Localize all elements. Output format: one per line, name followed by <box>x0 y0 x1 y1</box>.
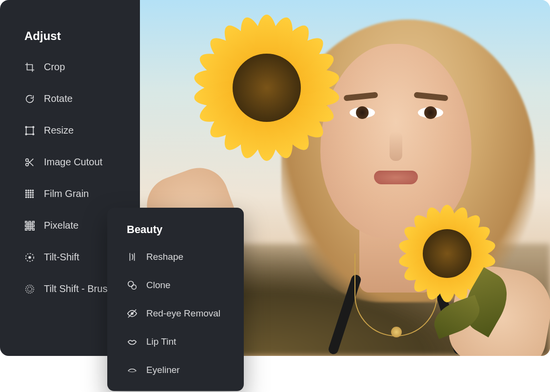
svg-point-5 <box>26 158 29 161</box>
clone-icon <box>127 280 138 291</box>
crop-icon <box>24 62 35 73</box>
svg-point-16 <box>28 194 29 195</box>
tiltshift-icon <box>24 252 35 263</box>
scissors-icon <box>24 157 35 168</box>
tool-resize[interactable]: Resize <box>24 125 140 136</box>
svg-point-9 <box>30 190 31 191</box>
svg-point-15 <box>26 194 27 195</box>
svg-point-6 <box>26 163 29 166</box>
tool-label: Crop <box>44 61 65 73</box>
tool-label: Rotate <box>44 93 73 104</box>
tool-label: Lip Tint <box>146 336 176 347</box>
svg-point-17 <box>30 194 31 195</box>
svg-point-22 <box>32 196 33 197</box>
lips-icon <box>127 336 138 347</box>
svg-point-19 <box>26 196 27 197</box>
svg-point-14 <box>32 192 33 193</box>
tool-label: Tilt-Shift <box>44 252 79 263</box>
adjust-panel-title: Adjust <box>24 29 140 43</box>
tool-redeye[interactable]: Red-eye Removal <box>127 308 244 319</box>
svg-point-18 <box>32 194 33 195</box>
tool-label: Tilt Shift - Brush <box>44 283 113 294</box>
resize-icon <box>24 125 35 136</box>
pixelate-icon <box>24 220 35 231</box>
tool-label: Film Grain <box>44 188 89 199</box>
svg-point-37 <box>28 256 31 259</box>
tool-rotate[interactable]: Rotate <box>24 93 140 104</box>
svg-rect-35 <box>33 228 35 230</box>
svg-point-38 <box>26 285 34 293</box>
grain-icon <box>24 189 35 199</box>
tool-label: Image Cutout <box>44 157 102 168</box>
tool-lip-tint[interactable]: Lip Tint <box>127 336 244 347</box>
svg-point-10 <box>32 190 33 191</box>
redeye-icon <box>127 308 138 319</box>
tool-label: Reshape <box>146 252 183 262</box>
svg-point-20 <box>28 196 29 197</box>
tiltshift-brush-icon <box>24 284 35 294</box>
rotate-icon <box>24 94 35 104</box>
tool-label: Pixelate <box>44 220 79 231</box>
svg-point-40 <box>128 281 134 287</box>
beauty-panel-title: Beauty <box>127 223 244 236</box>
sunflower-small <box>369 176 525 332</box>
tool-film-grain[interactable]: Film Grain <box>24 188 140 199</box>
tool-label: Clone <box>146 280 171 291</box>
tool-label: Red-eye Removal <box>146 308 220 319</box>
tool-image-cutout[interactable]: Image Cutout <box>24 157 140 168</box>
svg-point-8 <box>28 190 29 191</box>
svg-point-2 <box>33 126 34 128</box>
svg-point-7 <box>26 190 27 191</box>
tool-label: Resize <box>44 125 74 136</box>
svg-rect-34 <box>29 228 31 230</box>
svg-point-3 <box>25 133 27 135</box>
tool-reshape[interactable]: Reshape <box>127 252 244 262</box>
svg-point-21 <box>30 196 31 197</box>
tool-crop[interactable]: Crop <box>24 61 140 73</box>
reshape-icon <box>127 252 138 262</box>
svg-point-4 <box>33 133 34 135</box>
svg-point-39 <box>27 287 32 291</box>
tool-eyeliner[interactable]: Eyeliner <box>127 365 244 375</box>
svg-rect-0 <box>26 127 34 134</box>
svg-point-13 <box>30 192 31 193</box>
svg-point-41 <box>132 285 136 289</box>
svg-point-12 <box>28 192 29 193</box>
svg-point-1 <box>25 126 27 128</box>
tool-label: Eyeliner <box>146 365 180 375</box>
svg-rect-33 <box>25 228 27 230</box>
svg-point-11 <box>26 192 27 193</box>
tool-clone[interactable]: Clone <box>127 280 244 291</box>
eyeliner-icon <box>127 365 138 375</box>
beauty-panel: Beauty Reshape Clone Red-eye Removal Lip… <box>107 208 244 391</box>
